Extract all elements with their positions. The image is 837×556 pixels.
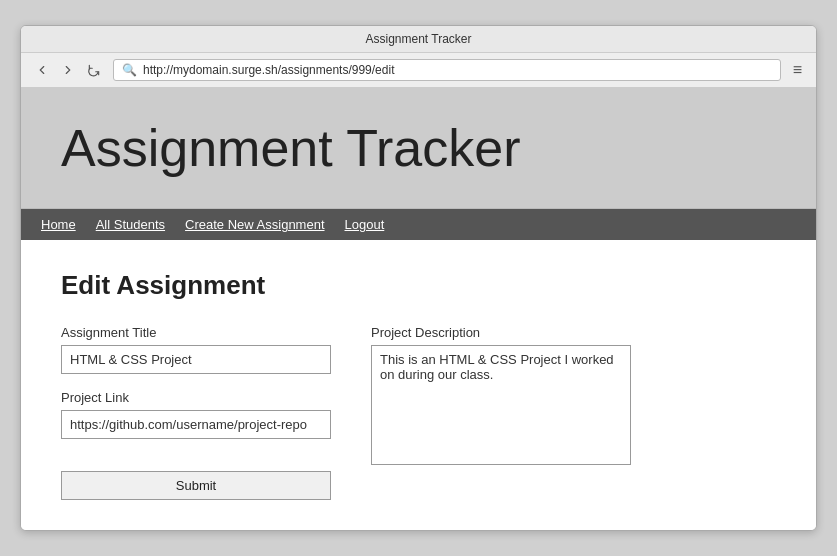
address-bar-input[interactable]: [143, 63, 772, 77]
project-description-label: Project Description: [371, 325, 631, 340]
form-left-column: Assignment Title Project Link Submit: [61, 325, 331, 500]
project-link-input[interactable]: [61, 410, 331, 439]
search-icon: 🔍: [122, 63, 137, 77]
nav-all-students[interactable]: All Students: [96, 217, 165, 232]
browser-toolbar: 🔍 ≡: [21, 53, 816, 88]
page-title: Edit Assignment: [61, 270, 776, 301]
forward-button[interactable]: [57, 61, 79, 79]
forward-icon: [61, 63, 75, 77]
back-icon: [35, 63, 49, 77]
menu-button[interactable]: ≡: [789, 59, 806, 81]
nav-create-assignment[interactable]: Create New Assignment: [185, 217, 324, 232]
site-title: Assignment Tracker: [61, 118, 776, 178]
browser-window: Assignment Tracker 🔍 ≡ Assignment Tracke…: [20, 25, 817, 531]
nav-logout[interactable]: Logout: [345, 217, 385, 232]
reload-button[interactable]: [83, 61, 105, 79]
reload-icon: [87, 63, 101, 77]
title-bar: Assignment Tracker: [21, 26, 816, 53]
nav-buttons: [31, 61, 105, 79]
page-header: Assignment Tracker: [21, 88, 816, 209]
main-content: Edit Assignment Assignment Title Project…: [21, 240, 816, 530]
back-button[interactable]: [31, 61, 53, 79]
nav-home[interactable]: Home: [41, 217, 76, 232]
edit-assignment-form: Assignment Title Project Link Submit Pro…: [61, 325, 776, 500]
nav-bar: Home All Students Create New Assignment …: [21, 209, 816, 240]
project-description-input[interactable]: [371, 345, 631, 465]
assignment-title-label: Assignment Title: [61, 325, 331, 340]
submit-button[interactable]: Submit: [61, 471, 331, 500]
address-bar-container[interactable]: 🔍: [113, 59, 781, 81]
project-link-field: Project Link: [61, 390, 331, 439]
form-right-column: Project Description: [371, 325, 631, 465]
assignment-title-input[interactable]: [61, 345, 331, 374]
project-link-label: Project Link: [61, 390, 331, 405]
assignment-title-field: Assignment Title: [61, 325, 331, 374]
title-bar-text: Assignment Tracker: [365, 32, 471, 46]
